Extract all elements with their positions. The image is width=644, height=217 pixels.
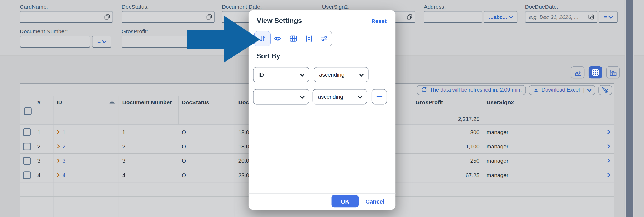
row-select-cell bbox=[20, 197, 34, 211]
vertical-scrollbar-thumb[interactable] bbox=[626, 0, 633, 217]
header-index[interactable]: # bbox=[34, 96, 53, 124]
header-user-sign2[interactable]: UserSign2 bbox=[483, 96, 603, 124]
value-help-icon[interactable] bbox=[104, 14, 110, 20]
usersign2-label: UserSign2: bbox=[322, 3, 415, 11]
row-select-cell bbox=[20, 154, 34, 168]
row-gros-profit: 1,100 bbox=[412, 139, 483, 153]
sort-order-value-2: ascending bbox=[318, 94, 343, 100]
value-help-icon[interactable] bbox=[407, 14, 412, 20]
header-document-number[interactable]: Document Number bbox=[119, 96, 178, 124]
row-checkbox[interactable] bbox=[23, 142, 31, 150]
cardname-input[interactable] bbox=[20, 11, 113, 23]
expand-chevron-icon[interactable] bbox=[57, 130, 60, 134]
calendar-clock-icon[interactable] bbox=[588, 14, 594, 20]
row-id-link[interactable]: 4 bbox=[62, 172, 65, 178]
grid-view-button[interactable] bbox=[589, 66, 602, 79]
row-select-cell bbox=[20, 139, 34, 153]
filter-field-document-number: Document Number: = bbox=[20, 27, 111, 48]
docduedate-condition-select[interactable]: = bbox=[599, 11, 618, 23]
sort-field-select-1[interactable]: ID bbox=[253, 67, 309, 82]
reset-button[interactable]: Reset bbox=[371, 18, 387, 24]
document-number-condition-value: = bbox=[97, 39, 101, 45]
row-index bbox=[34, 182, 53, 196]
row-index: 3 bbox=[34, 154, 53, 168]
row-user-sign2: manager bbox=[483, 125, 603, 139]
header-gros-profit-label: GrosProfit bbox=[416, 100, 443, 106]
docduedate-label: DocDueDate: bbox=[525, 3, 618, 11]
row-doc-status bbox=[178, 211, 235, 217]
row-doc-status: O bbox=[178, 125, 235, 139]
tab-visibility[interactable] bbox=[270, 31, 286, 46]
row-details-chevron-icon[interactable] bbox=[607, 129, 610, 134]
row-nav-cell bbox=[603, 168, 614, 182]
row-doc-status: O bbox=[178, 168, 235, 182]
grosprofit-input[interactable] bbox=[122, 36, 189, 48]
document-number-label: Document Number: bbox=[20, 27, 111, 36]
document-number-condition-select[interactable]: = bbox=[92, 36, 111, 48]
row-id-link[interactable]: 1 bbox=[62, 129, 65, 135]
remove-sort-row-button[interactable] bbox=[372, 89, 387, 105]
row-index bbox=[34, 197, 53, 211]
address-condition-select[interactable]: ...abc... bbox=[484, 11, 518, 23]
sort-order-select-1[interactable]: ascending bbox=[314, 67, 368, 82]
row-gros-profit: 800 bbox=[412, 125, 483, 139]
download-icon bbox=[533, 87, 539, 93]
chevron-down-icon bbox=[508, 14, 513, 19]
vertical-scrollbar-track[interactable] bbox=[625, 0, 634, 217]
document-number-input[interactable] bbox=[20, 36, 90, 48]
row-checkbox[interactable] bbox=[23, 157, 31, 165]
row-gros-profit: 250 bbox=[412, 154, 483, 168]
header-nav-cell bbox=[603, 96, 614, 124]
address-input[interactable] bbox=[424, 11, 482, 23]
expand-chevron-icon[interactable] bbox=[57, 159, 60, 163]
row-document-number bbox=[119, 182, 178, 196]
sort-order-select-2[interactable]: ascending bbox=[313, 89, 367, 105]
row-id-link[interactable]: 3 bbox=[62, 158, 65, 164]
row-checkbox[interactable] bbox=[23, 171, 31, 179]
row-details-chevron-icon[interactable] bbox=[607, 173, 610, 178]
address-label: Address: bbox=[424, 3, 518, 11]
table-settings-button[interactable] bbox=[598, 85, 612, 95]
docduedate-condition-value: = bbox=[604, 14, 607, 20]
header-id[interactable]: ID bbox=[53, 96, 119, 124]
sort-field-value-1: ID bbox=[258, 72, 264, 78]
cancel-button[interactable]: Cancel bbox=[366, 195, 384, 207]
select-all-cell bbox=[20, 96, 34, 124]
ok-button[interactable]: OK bbox=[331, 195, 359, 207]
header-id-label: ID bbox=[57, 100, 62, 106]
tab-personalize[interactable] bbox=[316, 31, 332, 46]
row-user-sign2 bbox=[483, 197, 603, 211]
sort-field-select-2[interactable] bbox=[253, 89, 309, 105]
chart-view-button[interactable] bbox=[571, 66, 584, 79]
row-details-chevron-icon[interactable] bbox=[607, 144, 610, 149]
row-select-cell bbox=[20, 211, 34, 217]
header-gros-profit[interactable]: GrosProfit 2,217.25 bbox=[412, 96, 483, 124]
download-excel-label: Download Excel bbox=[541, 87, 580, 93]
row-details-chevron-icon[interactable] bbox=[607, 158, 610, 163]
row-user-sign2 bbox=[483, 211, 603, 217]
row-id-link[interactable]: 2 bbox=[62, 143, 65, 149]
tab-group[interactable] bbox=[301, 31, 317, 46]
chart-table-view-button[interactable] bbox=[606, 66, 620, 79]
chevron-down-icon[interactable] bbox=[587, 87, 592, 92]
download-excel-button[interactable]: Download Excel | bbox=[529, 85, 595, 95]
row-id-cell bbox=[53, 211, 119, 217]
docduedate-input[interactable]: e.g. Dec 31, 2026, ... bbox=[525, 11, 597, 23]
expand-chevron-icon[interactable] bbox=[57, 173, 60, 177]
row-gros-profit bbox=[412, 182, 483, 196]
row-user-sign2: manager bbox=[483, 154, 603, 168]
row-id-cell bbox=[53, 182, 119, 196]
row-checkbox[interactable] bbox=[23, 128, 31, 136]
select-all-checkbox[interactable] bbox=[24, 107, 32, 115]
tab-columns[interactable] bbox=[285, 31, 301, 46]
row-user-sign2: manager bbox=[483, 139, 603, 153]
dialog-tab-bar bbox=[254, 31, 332, 46]
refresh-countdown-button[interactable]: The data will be refreshed in: 2:09 min. bbox=[417, 85, 526, 95]
dialog-divider bbox=[249, 49, 395, 49]
header-doc-status[interactable]: DocStatus bbox=[178, 96, 235, 124]
row-id-cell: 2 bbox=[53, 139, 119, 153]
row-document-number bbox=[119, 211, 178, 217]
row-gros-profit bbox=[412, 197, 483, 211]
expand-chevron-icon[interactable] bbox=[57, 144, 60, 148]
sort-by-heading: Sort By bbox=[257, 53, 280, 60]
